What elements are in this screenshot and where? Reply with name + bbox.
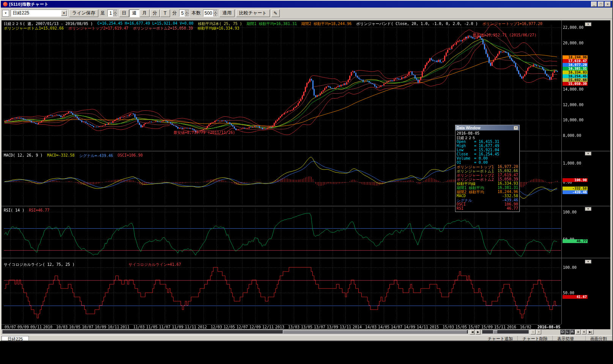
period-button-tick[interactable]: T: [160, 9, 170, 17]
header-segment: ボリンジャーバンド( Close, 20, 1.0, -1.0, 0, 2.0,…: [356, 21, 478, 27]
scrollbar-thumb[interactable]: [283, 330, 467, 334]
header-segment: ボリンジャートップ2=17,619.47: [68, 26, 128, 31]
price-tag: 16,381.31: [563, 67, 588, 71]
data-window-row-label: Close: [457, 152, 474, 156]
compare-chart-button[interactable]: 比較チャート: [236, 9, 270, 17]
application-window: [5110]指数チャート _ □ × ▼ 日経225 ▼ ライン保存 足 1 ▲…: [0, 0, 613, 341]
minute-value: 5: [180, 11, 185, 16]
data-window-close-button[interactable]: ×: [514, 126, 518, 130]
symbol-combobox[interactable]: 日経225 ▼: [11, 9, 68, 17]
x-axis-label: 10/05: [69, 325, 80, 329]
panel-collapse-button[interactable]: ▼: [585, 207, 591, 211]
header-segment: ボリンジャーボトム1=15,692.66: [4, 26, 64, 31]
data-window-row-value: 15,921.04: [479, 148, 499, 152]
scroll-right-button[interactable]: ▶: [476, 329, 481, 334]
x-axis-label: 12/07: [236, 325, 248, 329]
maximize-button[interactable]: □: [598, 2, 604, 7]
chart-close-button[interactable]: ✕: [581, 329, 586, 334]
mini-dropdown-button[interactable]: ▼: [2, 10, 9, 17]
spinner-up-icon[interactable]: ▲: [185, 10, 189, 13]
y-axis-label: 10,000.00: [563, 118, 583, 122]
y-axis-label: 1,000.00: [563, 161, 581, 165]
apply-button[interactable]: 適用: [219, 9, 235, 17]
bars-spinner[interactable]: 500 ▲▼: [203, 9, 218, 17]
window-titlebar: [5110]指数チャート _ □ ×: [1, 1, 612, 8]
period-button-minute[interactable]: 分: [150, 9, 160, 17]
zoom-in-button[interactable]: +: [536, 329, 541, 334]
zoom-slider-thumb[interactable]: [493, 330, 498, 334]
remove-chart-button[interactable]: チャート削除: [517, 336, 552, 341]
period-button-month[interactable]: 月: [140, 9, 150, 17]
ashi-label: 足: [101, 10, 105, 16]
toolbar: ▼ 日経225 ▼ ライン保存 足 1 ▲▼ 日週月分T 分 5 ▲▼ 本数 5…: [1, 8, 612, 19]
chart-header-line2: ボリンジャーボトム1=15,692.66ボリンジャートップ2=17,619.47…: [4, 26, 240, 31]
minimize-button[interactable]: _: [591, 2, 597, 7]
data-window-row-value: 16,334.93: [498, 181, 518, 185]
data-window-row-value: -332.58: [502, 194, 518, 198]
scroll-left-button[interactable]: ◀: [470, 329, 475, 334]
spinner-arrows-icon[interactable]: ▲▼: [113, 10, 117, 16]
data-window-row: ボリンジャートップ217,619.47: [457, 173, 518, 177]
chart-canvas[interactable]: [1, 1, 613, 341]
data-window-panel[interactable]: Data Window × 2016-08-05 日経２２５ Open=16,4…: [455, 125, 520, 212]
window-title: [5110]指数チャート: [9, 2, 49, 7]
spinner-down-icon[interactable]: ▼: [113, 13, 117, 16]
add-chart-button[interactable]: チャート追加: [483, 336, 517, 341]
mode-button-d[interactable]: D: [560, 329, 565, 334]
mode-button-l[interactable]: L: [565, 329, 570, 334]
data-window-row-label: Open: [457, 140, 474, 144]
x-axis-label: 16/02: [520, 325, 531, 329]
data-window-row-label: シグナル: [457, 198, 502, 202]
draw-line-icon[interactable]: ✎: [271, 9, 280, 17]
data-window-row-label: ボリンジャーボトム2: [457, 177, 498, 181]
split-screen-button[interactable]: 画面分割: [585, 336, 611, 341]
x-axis-label: 09/07: [5, 325, 16, 329]
data-window-row-value: 18,244.96: [498, 190, 518, 194]
magnifier-icon[interactable]: ⊕: [575, 329, 581, 334]
data-window-row: ボリンジャートップ116,977.20: [457, 165, 518, 169]
ashi-count-value: 1: [108, 11, 113, 16]
chart-tab[interactable]: 日経225: [2, 336, 29, 341]
x-axis-label: 10/11: [108, 325, 119, 329]
data-window-row-label: ボリンジャーボトム1: [457, 169, 498, 173]
close-button[interactable]: ×: [605, 2, 611, 7]
spinner-down-icon[interactable]: ▼: [185, 13, 189, 16]
data-window-row: 期間2 移動平均18,244.96: [457, 190, 518, 194]
period-button-day[interactable]: 日: [119, 9, 129, 17]
panel-collapse-button[interactable]: ▼: [585, 22, 591, 26]
price-tag: 15,692.66: [563, 78, 588, 82]
jump-latest-button[interactable]: ▶|: [587, 329, 594, 334]
y-axis-label: 100.00: [563, 265, 577, 270]
panel-collapse-button[interactable]: ▼: [585, 152, 591, 155]
panel-collapse-button[interactable]: ▼: [585, 260, 591, 264]
header-segment: 期間2 移動平均=18,244.96: [301, 21, 351, 27]
x-axis-label: 15/11: [494, 325, 506, 329]
data-window-row-value: 46.77: [507, 206, 518, 210]
spinner-up-icon[interactable]: ▲: [213, 10, 217, 13]
spinner-arrows-icon[interactable]: ▲▼: [213, 10, 217, 16]
spinner-down-icon[interactable]: ▼: [213, 13, 217, 16]
spinner-up-icon[interactable]: ▲: [113, 10, 117, 13]
spinner-arrows-icon[interactable]: ▲▼: [185, 10, 189, 16]
price-tag: 15,050.39: [563, 82, 588, 86]
x-axis-label: 12/03: [211, 325, 222, 329]
price-tag: 16,977.20: [563, 63, 588, 67]
data-window-titlebar[interactable]: Data Window ×: [455, 125, 519, 130]
x-axis-label: 10/09: [95, 325, 106, 329]
x-axis-label: 11/09: [172, 325, 183, 329]
indicator-value: MACD=-332.58: [47, 153, 74, 158]
mode-button-r[interactable]: R: [570, 329, 575, 334]
minute-spinner[interactable]: 5 ▲▼: [179, 9, 189, 17]
zoom-out-button[interactable]: −: [531, 329, 536, 334]
data-window-row: Open=16,415.31: [457, 140, 518, 144]
line-save-button[interactable]: ライン保存: [69, 9, 98, 17]
x-axis-label: 09/09: [17, 325, 29, 329]
data-window-row: Volume=0.00: [457, 156, 518, 160]
scrollbar-track[interactable]: [2, 330, 468, 334]
toggle-display-button[interactable]: 表示切替: [552, 336, 578, 341]
zoom-slider-track[interactable]: [482, 330, 529, 334]
ashi-count-spinner[interactable]: 1 ▲▼: [107, 9, 118, 17]
period-button-week[interactable]: 週: [129, 9, 139, 17]
data-window-row: RSI46.77: [457, 206, 518, 210]
data-window-row: ボリンジャーボトム115,692.66: [457, 169, 518, 173]
